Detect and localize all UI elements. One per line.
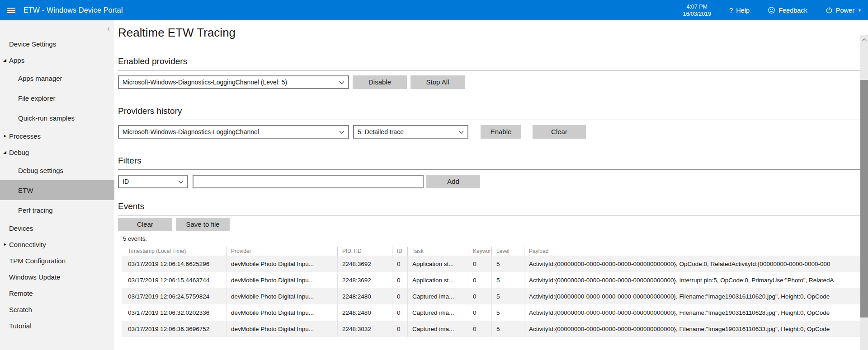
scroll-up-arrow-icon[interactable] — [860, 37, 868, 43]
column-header-task: Task — [408, 247, 468, 256]
cell-payload: ActivityId:{00000000-0000-0000-0000-0000… — [524, 321, 860, 337]
filter-field-select-value: ID — [123, 178, 129, 185]
sidebar-item-label: Apps — [9, 56, 24, 64]
providers-history-heading: Providers history — [118, 106, 860, 116]
cell-timestamp-local-time: 03/17/2019 12:06:15.4463744 — [122, 272, 226, 288]
cell-payload: ActivityId:{00000000-0000-0000-0000-0000… — [524, 272, 860, 288]
scrollbar-thumb[interactable] — [860, 80, 868, 317]
cell-provider: devMobile Photo Digital Inpu... — [226, 304, 338, 321]
disable-button[interactable]: Disable — [353, 75, 407, 89]
events-table-body: 03/17/2019 12:06:14.6625296devMobile Pho… — [122, 256, 860, 337]
cell-payload: ActivityId:{00000000-0000-0000-0000-0000… — [524, 256, 860, 272]
enabled-provider-select[interactable]: Microsoft-Windows-Diagnostics-LoggingCha… — [118, 75, 349, 89]
sidebar-item-label: Quick-run samples — [18, 114, 75, 122]
save-to-file-button[interactable]: Save to file — [176, 218, 230, 231]
sidebar-item-file-explorer[interactable]: File explorer — [0, 88, 114, 108]
sidebar-item-label: Connectivity — [9, 241, 46, 248]
cell-keyword: 0 — [468, 288, 492, 304]
sidebar-item-debug[interactable]: ◢Debug — [0, 144, 114, 160]
cell-pid-tid: 2248:3692 — [338, 256, 392, 272]
sidebar-item-debug-settings[interactable]: Debug settings — [0, 160, 114, 180]
sidebar-item-label: Debug — [9, 149, 29, 156]
cell-provider: devMobile Photo Digital Inpu... — [226, 256, 338, 272]
help-label: Help — [736, 7, 750, 14]
history-provider-select-value: Microsoft-Windows-Diagnostics-LoggingCha… — [123, 128, 259, 135]
cell-pid-tid: 2248:3692 — [338, 272, 392, 288]
cell-level: 5 — [492, 256, 524, 272]
add-filter-button[interactable]: Add — [426, 175, 480, 188]
feedback-button[interactable]: Feedback — [768, 6, 807, 14]
filter-field-select[interactable]: ID — [118, 175, 188, 188]
sidebar-item-label: Debug settings — [18, 167, 63, 174]
cell-provider: devMobile Photo Digital Inpu... — [226, 288, 338, 304]
sidebar-item-tutorial[interactable]: Tutorial — [0, 317, 114, 334]
sidebar-item-label: TPM Configuration — [9, 257, 66, 265]
events-table-header: Timestamp (Local Time)ProviderPID:TIDIDT… — [122, 247, 860, 256]
column-header-provider: Provider — [226, 247, 338, 256]
sidebar-item-perf-tracing[interactable]: Perf tracing — [0, 200, 114, 220]
sidebar-item-label: Device Settings — [9, 40, 56, 48]
clear-history-button[interactable]: Clear — [533, 125, 586, 139]
question-mark-icon: ? — [729, 6, 733, 14]
column-header-pid-tid: PID:TID — [338, 247, 392, 256]
cell-provider: devMobile Photo Digital Inpu... — [226, 321, 338, 337]
clock: 4:07 PM 16/03/2019 — [683, 3, 711, 18]
cell-task: Application st... — [408, 256, 468, 272]
cell-payload: ActivityId:{00000000-0000-0000-0000-0000… — [524, 288, 860, 304]
cell-keyword: 0 — [468, 272, 492, 288]
sidebar-item-device-settings[interactable]: Device Settings — [0, 36, 114, 52]
history-provider-select[interactable]: Microsoft-Windows-Diagnostics-LoggingCha… — [118, 125, 349, 139]
expanded-arrow-icon: ◢ — [3, 58, 6, 62]
power-icon — [826, 7, 833, 14]
sidebar-item-devices[interactable]: Devices — [0, 220, 114, 236]
vertical-scrollbar[interactable] — [860, 35, 868, 350]
sidebar-item-apps-manager[interactable]: Apps manager — [0, 68, 114, 88]
sidebar-item-connectivity[interactable]: ►Connectivity — [0, 236, 114, 252]
sidebar-item-scratch[interactable]: Scratch — [0, 301, 114, 317]
clear-events-button[interactable]: Clear — [118, 218, 172, 231]
cell-timestamp-local-time: 03/17/2019 12:06:14.6625296 — [122, 256, 226, 272]
event-row: 03/17/2019 12:06:24.5759824devMobile Pho… — [122, 288, 860, 304]
sidebar-collapse-icon[interactable]: ‹ — [107, 24, 110, 33]
sidebar-item-processes[interactable]: ►Processes — [0, 128, 114, 144]
power-button[interactable]: Power ▾ — [826, 7, 861, 14]
collapsed-arrow-icon: ► — [3, 134, 7, 138]
cell-pid-tid: 2248:2480 — [338, 288, 392, 304]
cell-level: 5 — [492, 304, 524, 321]
enabled-providers-heading: Enabled providers — [118, 56, 860, 66]
sidebar-item-tpm-configuration[interactable]: TPM Configuration — [0, 252, 114, 269]
cell-provider: devMobile Photo Digital Inpu... — [226, 272, 338, 288]
event-row: 03/17/2019 12:06:14.6625296devMobile Pho… — [122, 256, 860, 272]
sidebar-item-label: Tutorial — [9, 322, 31, 330]
topbar-actions: 4:07 PM 16/03/2019 ? Help Feedback Power… — [683, 0, 861, 20]
filter-value-input[interactable] — [193, 175, 424, 188]
cell-task: Captured ima... — [408, 321, 468, 337]
sidebar-item-etw[interactable]: ETW — [0, 180, 114, 200]
enable-button[interactable]: Enable — [481, 125, 521, 139]
smiley-feedback-icon — [768, 6, 775, 14]
sidebar-item-apps[interactable]: ◢Apps — [0, 52, 114, 68]
events-buttons-row: Clear Save to file — [118, 218, 860, 231]
enabled-provider-select-value: Microsoft-Windows-Diagnostics-LoggingCha… — [123, 79, 287, 86]
filters-row: ID Add — [118, 175, 860, 188]
cell-pid-tid: 2248:2480 — [338, 304, 392, 321]
trace-level-select[interactable]: 5: Detailed trace — [353, 125, 468, 139]
top-bar: ETW - Windows Device Portal 4:07 PM 16/0… — [0, 0, 868, 20]
section-divider — [118, 70, 860, 70]
sidebar-item-windows-update[interactable]: Windows Update — [0, 269, 114, 285]
sidebar-item-quick-run-samples[interactable]: Quick-run samples — [0, 108, 114, 128]
sidebar-item-label: Processes — [9, 132, 41, 140]
stop-all-button[interactable]: Stop All — [410, 75, 465, 89]
events-heading: Events — [118, 201, 860, 211]
hamburger-menu-icon[interactable] — [7, 6, 16, 14]
sidebar-item-label: Devices — [9, 224, 33, 232]
sidebar-nav: Device Settings◢AppsApps managerFile exp… — [0, 20, 114, 334]
cell-task: Captured ima... — [408, 304, 468, 321]
dropdown-chevron-icon — [339, 81, 344, 84]
help-button[interactable]: ? Help — [729, 6, 750, 14]
sidebar-item-remote[interactable]: Remote — [0, 285, 114, 301]
events-table: Timestamp (Local Time)ProviderPID:TIDIDT… — [122, 247, 860, 337]
enabled-providers-row: Microsoft-Windows-Diagnostics-LoggingCha… — [118, 75, 860, 89]
cell-id: 0 — [392, 256, 408, 272]
trace-level-select-value: 5: Detailed trace — [358, 128, 404, 135]
